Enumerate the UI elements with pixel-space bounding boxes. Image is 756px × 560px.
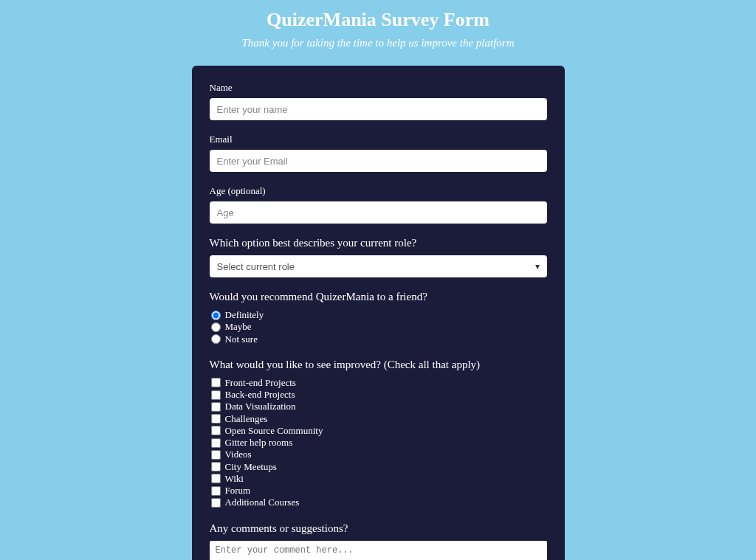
improve-option: Front-end Projects [211,377,547,389]
improve-option: Gitter help rooms [211,437,547,449]
role-group: Which option best describes your current… [210,237,547,277]
improve-option: Data Visualization [211,401,547,412]
comments-label: Any comments or suggestions? [210,522,547,535]
recommend-group: Would you recommend QuizerMania to a fri… [210,291,547,345]
recommend-option-label: Not sure [225,333,258,345]
page-title: QuizerMania Survey Form [0,9,756,31]
improve-checkbox[interactable] [211,426,221,435]
role-select-wrap: Select current role ▾ [210,255,547,277]
recommend-option-label: Definitely [225,309,264,321]
improve-option-label: Videos [225,449,252,460]
improve-checkbox[interactable] [211,462,221,471]
improve-checkbox[interactable] [211,486,221,496]
email-group: Email [210,134,547,172]
improve-checkbox[interactable] [211,498,221,508]
recommend-option: Definitely [211,309,547,321]
recommend-label: Would you recommend QuizerMania to a fri… [210,291,547,303]
improve-option-label: Wiki [225,473,244,485]
improve-option: Wiki [211,473,547,485]
improve-option: Forum [211,485,547,497]
name-group: Name [210,82,547,120]
age-input[interactable] [210,201,547,224]
recommend-option: Not sure [211,333,547,345]
email-input[interactable] [210,150,547,172]
improve-checkbox[interactable] [211,474,221,483]
comments-group: Any comments or suggestions? [210,522,547,561]
name-label: Name [210,82,547,94]
improve-option-label: City Meetups [225,461,277,473]
recommend-radio-definitely[interactable] [211,311,221,320]
improve-option: Videos [211,449,547,460]
role-label: Which option best describes your current… [210,237,547,249]
recommend-option: Maybe [211,321,547,333]
improve-option-label: Data Visualization [225,401,296,412]
role-select[interactable]: Select current role [210,255,547,277]
improve-option-label: Challenges [225,413,268,425]
recommend-radio-notsure[interactable] [211,334,221,344]
improve-option-label: Additional Courses [225,497,300,508]
name-input[interactable] [210,98,547,120]
improve-option-label: Back-end Projects [225,389,295,401]
improve-option-label: Forum [225,485,251,497]
improve-option-label: Front-end Projects [225,377,296,389]
survey-form: Name Email Age (optional) Which option b… [192,66,565,560]
improve-label: What would you like to see improved? (Ch… [210,359,547,371]
age-label: Age (optional) [210,185,547,197]
recommend-radio-maybe[interactable] [211,322,221,332]
recommend-option-label: Maybe [225,321,252,333]
improve-option-label: Open Source Community [225,425,323,437]
improve-checkbox[interactable] [211,450,221,460]
improve-option: Back-end Projects [211,389,547,401]
improve-checkbox[interactable] [211,414,221,424]
improve-option: Challenges [211,413,547,425]
improve-option: City Meetups [211,461,547,473]
improve-option: Open Source Community [211,425,547,437]
improve-option-label: Gitter help rooms [225,437,293,449]
improve-checkbox[interactable] [211,402,221,412]
comments-textarea[interactable] [210,541,547,561]
improve-group: What would you like to see improved? (Ch… [210,359,547,509]
improve-option: Additional Courses [211,497,547,508]
page-subtitle: Thank you for taking the time to help us… [0,37,756,49]
improve-checkbox[interactable] [211,378,221,387]
improve-checkbox[interactable] [211,390,221,400]
email-label: Email [210,134,547,145]
improve-checkbox[interactable] [211,438,221,448]
age-group: Age (optional) [210,185,547,224]
